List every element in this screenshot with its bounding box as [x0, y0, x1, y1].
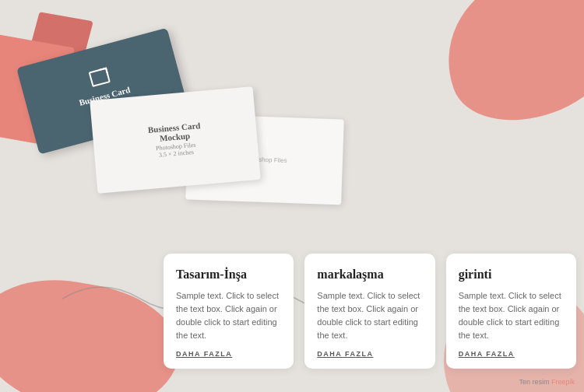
decorative-shape-top-right: [425, 0, 584, 142]
info-card-2-title: girinti: [459, 268, 564, 282]
business-card-white-1-content: Business CardMockup Photoshop Files3.5 ×…: [147, 121, 202, 159]
business-card-white-1-title: Business CardMockup: [147, 121, 201, 144]
info-card-1: markalaşma Sample text. Click to select …: [304, 254, 434, 369]
attribution-text: Ten resim Freepik: [519, 378, 575, 386]
attribution-prefix: Ten resim: [519, 378, 549, 386]
attribution-link[interactable]: Freepik: [551, 378, 575, 386]
info-card-0: Tasarım-İnşa Sample text. Click to selec…: [164, 254, 294, 369]
info-card-0-link[interactable]: DAHA FAZLA: [176, 350, 281, 358]
business-card-white-1: Business CardMockup Photoshop Files3.5 ×…: [90, 86, 261, 194]
business-card-mockup-area: Business CardMockup Business CardMockup …: [16, 16, 343, 233]
info-card-1-link[interactable]: DAHA FAZLA: [317, 350, 422, 358]
info-cards-container: Tasarım-İnşa Sample text. Click to selec…: [164, 254, 576, 369]
info-card-2: girinti Sample text. Click to select the…: [446, 254, 576, 369]
business-card-white-1-sub: Photoshop Files3.5 × 2 inches: [150, 141, 203, 159]
info-card-2-link[interactable]: DAHA FAZLA: [459, 350, 564, 358]
info-card-1-title: markalaşma: [317, 268, 422, 282]
info-card-0-body: Sample text. Click to select the text bo…: [176, 289, 281, 342]
card-corner-icon: [89, 68, 111, 88]
info-card-2-body: Sample text. Click to select the text bo…: [459, 289, 564, 342]
info-card-0-title: Tasarım-İnşa: [176, 268, 281, 282]
info-card-1-body: Sample text. Click to select the text bo…: [317, 289, 422, 342]
